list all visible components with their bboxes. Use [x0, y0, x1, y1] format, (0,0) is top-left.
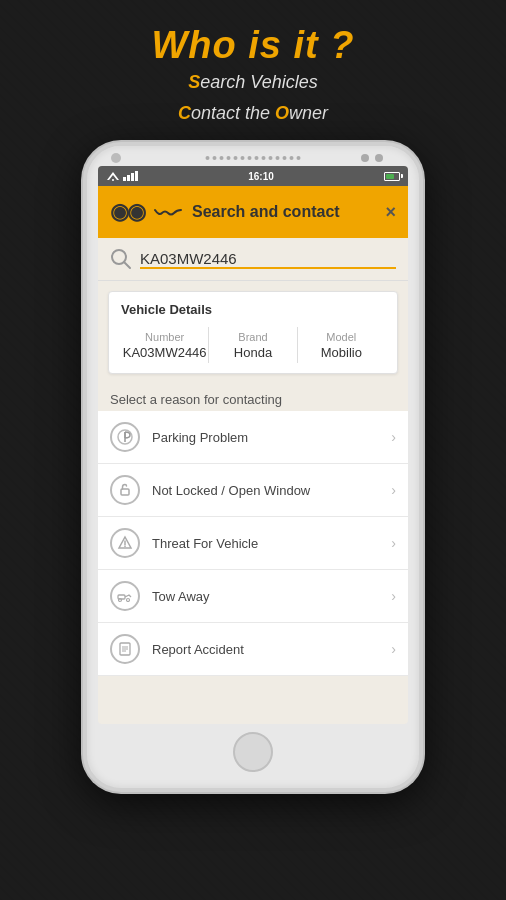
brand-label: Brand: [209, 331, 296, 343]
sensor-2: [375, 154, 383, 162]
status-left-icons: [106, 171, 138, 181]
hero-subtitle: Search Vehicles Contact the Owner: [151, 67, 354, 128]
svg-rect-8: [121, 489, 129, 495]
model-value: Mobilio: [298, 345, 385, 360]
subtitle-highlight-s: S: [188, 72, 200, 92]
threat-chevron: ›: [391, 535, 396, 551]
parking-chevron: ›: [391, 429, 396, 445]
accident-symbol: [117, 641, 133, 657]
close-button[interactable]: ×: [385, 202, 396, 223]
menu-item-parking[interactable]: Parking Problem ›: [98, 411, 408, 464]
threat-icon: [110, 528, 140, 558]
threat-symbol: [117, 535, 133, 551]
vehicle-model-col: Model Mobilio: [298, 331, 385, 360]
brand-value: Honda: [209, 345, 296, 360]
hero-section: Who is it ? Search Vehicles Contact the …: [151, 24, 354, 128]
vehicle-details-title: Vehicle Details: [121, 302, 385, 317]
accident-chevron: ›: [391, 641, 396, 657]
home-button[interactable]: [233, 732, 273, 772]
app-logo: ◉◉: [110, 199, 144, 225]
menu-item-threat[interactable]: Threat For Vehicle ›: [98, 517, 408, 570]
mustache-icon: [154, 208, 182, 218]
menu-item-tow[interactable]: Tow Away ›: [98, 570, 408, 623]
accident-icon: [110, 634, 140, 664]
app-header: ◉◉ Search and contact ×: [98, 186, 408, 238]
locked-chevron: ›: [391, 482, 396, 498]
vehicle-details-row: Number KA03MW2446 Brand Honda Model Mobi…: [121, 327, 385, 363]
subtitle-highlight-c: C: [178, 103, 191, 123]
menu-item-locked[interactable]: Not Locked / Open Window ›: [98, 464, 408, 517]
svg-point-13: [119, 599, 122, 602]
vehicle-number-col: Number KA03MW2446: [121, 331, 208, 360]
app-header-title: Search and contact: [192, 203, 375, 221]
model-label: Model: [298, 331, 385, 343]
speaker-dots: [206, 156, 301, 160]
number-label: Number: [121, 331, 208, 343]
search-input[interactable]: [140, 250, 396, 269]
tow-symbol: [117, 588, 133, 604]
svg-line-4: [124, 262, 130, 268]
hero-title: Who is it ?: [151, 24, 354, 67]
phone-screen: 16:10 ◉◉ Search and contact ×: [98, 166, 408, 724]
svg-point-2: [112, 179, 114, 181]
accident-text: Report Accident: [152, 642, 379, 657]
locked-text: Not Locked / Open Window: [152, 483, 379, 498]
number-value: KA03MW2446: [121, 345, 208, 360]
battery-icon: [384, 172, 400, 181]
menu-list: Parking Problem › Not Locked / Open Wind…: [98, 411, 408, 676]
lock-symbol: [117, 482, 133, 498]
threat-text: Threat For Vehicle: [152, 536, 379, 551]
select-reason-label: Select a reason for contacting: [98, 384, 408, 411]
menu-item-accident[interactable]: Report Accident ›: [98, 623, 408, 676]
tow-icon: [110, 581, 140, 611]
wifi-icon: [106, 171, 120, 181]
search-icon: [110, 248, 132, 270]
locked-icon: [110, 475, 140, 505]
svg-point-11: [124, 546, 126, 548]
phone-frame: 16:10 ◉◉ Search and contact ×: [83, 142, 423, 792]
parking-symbol: [117, 429, 133, 445]
sensor-1: [361, 154, 369, 162]
front-camera: [111, 153, 121, 163]
signal-icon: [123, 171, 138, 181]
parking-icon: [110, 422, 140, 452]
tow-text: Tow Away: [152, 589, 379, 604]
parking-text: Parking Problem: [152, 430, 379, 445]
search-bar: [98, 238, 408, 281]
tow-chevron: ›: [391, 588, 396, 604]
svg-point-14: [127, 599, 130, 602]
vehicle-brand-col: Brand Honda: [209, 331, 296, 360]
status-time: 16:10: [248, 171, 274, 182]
vehicle-details-card: Vehicle Details Number KA03MW2446 Brand …: [108, 291, 398, 374]
status-bar: 16:10: [98, 166, 408, 186]
